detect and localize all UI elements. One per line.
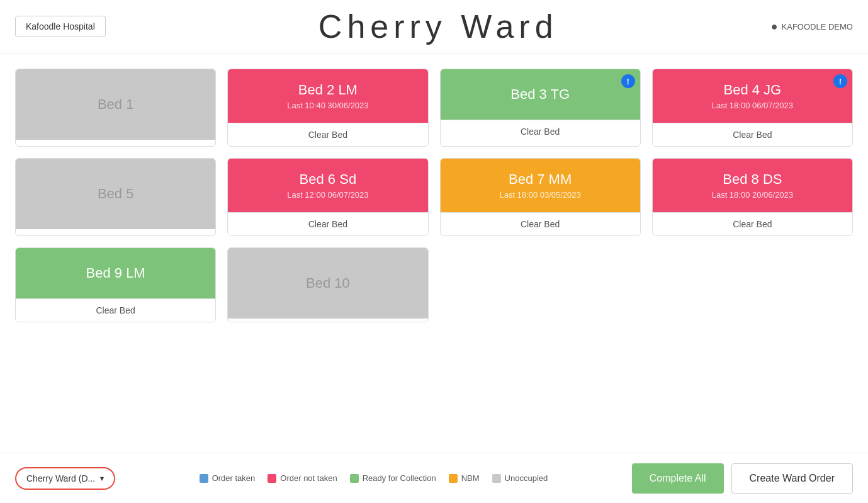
ward-title: Cherry Ward — [106, 8, 771, 45]
bed-top-bed4[interactable]: Bed 4 JGLast 18:00 06/07/2023! — [653, 69, 852, 123]
legend-label-nbm: NBM — [461, 473, 480, 483]
legend-item-ready-for-collection: Ready for Collection — [350, 473, 436, 483]
bed-card-bed10: Bed 10 — [227, 247, 428, 322]
create-ward-order-button[interactable]: Create Ward Order — [731, 463, 853, 494]
bed-last-bed2: Last 10:40 30/06/2023 — [287, 101, 368, 110]
clear-bed-button-bed2[interactable]: Clear Bed — [228, 123, 427, 146]
bed-card-bed5: Bed 5 — [15, 158, 216, 236]
bed-top-bed8[interactable]: Bed 8 DSLast 18:00 20/06/2023 — [653, 159, 852, 212]
bed-card-bed7: Bed 7 MMLast 18:00 03/05/2023Clear Bed — [440, 158, 641, 236]
bed-last-bed4: Last 18:00 06/07/2023 — [712, 101, 793, 110]
bed-name-bed9: Bed 9 LM — [86, 265, 145, 281]
bed-card-bed9: Bed 9 LMClear Bed — [15, 247, 216, 322]
bed-name-bed3: Bed 3 TG — [510, 86, 570, 103]
main-content: Bed 1Bed 2 LMLast 10:40 30/06/2023Clear … — [0, 54, 868, 385]
header: Kafoodle Hospital Cherry Ward ● KAFOODLE… — [0, 0, 868, 54]
bed-top-bed10[interactable]: Bed 10 — [228, 248, 427, 319]
ward-selector[interactable]: Cherry Ward (D... ▾ — [15, 467, 115, 490]
user-label: KAFOODLE DEMO — [782, 22, 853, 31]
clear-bed-button-bed6[interactable]: Clear Bed — [228, 212, 427, 235]
legend-label-order-not-taken: Order not taken — [280, 473, 337, 483]
bed-card-bed4: Bed 4 JGLast 18:00 06/07/2023!Clear Bed — [652, 69, 853, 147]
bed-top-bed6[interactable]: Bed 6 SdLast 12:00 06/07/2023 — [228, 159, 427, 212]
bed-name-bed2: Bed 2 LM — [287, 82, 368, 98]
clear-bed-button-bed7[interactable]: Clear Bed — [441, 212, 640, 235]
legend-dot-unoccupied — [492, 474, 501, 483]
legend-dot-ready-for-collection — [350, 474, 359, 483]
footer: Cherry Ward (D... ▾ Order takenOrder not… — [0, 453, 868, 503]
clear-bed-button-bed9[interactable]: Clear Bed — [16, 298, 215, 322]
bed-card-bed8: Bed 8 DSLast 18:00 20/06/2023Clear Bed — [652, 158, 853, 236]
bed-name-bed8: Bed 8 DS — [712, 171, 793, 188]
legend-item-nbm: NBM — [449, 473, 480, 483]
legend: Order takenOrder not takenReady for Coll… — [130, 473, 617, 483]
legend-item-order-taken: Order taken — [200, 473, 256, 483]
bed-top-bed1[interactable]: Bed 1 — [16, 69, 215, 140]
bed-card-bed1: Bed 1 — [15, 69, 216, 147]
bed-card-bed6: Bed 6 SdLast 12:00 06/07/2023Clear Bed — [227, 158, 428, 236]
legend-item-unoccupied: Unoccupied — [492, 473, 548, 483]
alert-badge-bed4: ! — [833, 74, 847, 88]
bed-grid: Bed 1Bed 2 LMLast 10:40 30/06/2023Clear … — [15, 69, 853, 322]
user-icon: ● — [771, 20, 778, 33]
legend-dot-order-not-taken — [268, 474, 276, 483]
ward-selector-label: Cherry Ward (D... — [26, 473, 95, 483]
bed-top-bed3[interactable]: Bed 3 TG! — [441, 69, 640, 120]
bed-name-bed10: Bed 10 — [306, 275, 350, 291]
bed-name-bed6: Bed 6 Sd — [287, 171, 368, 188]
bed-name-bed7: Bed 7 MM — [499, 171, 580, 188]
complete-all-button[interactable]: Complete All — [632, 463, 724, 494]
legend-dot-order-taken — [200, 474, 208, 483]
clear-bed-button-bed8[interactable]: Clear Bed — [653, 212, 852, 235]
bed-top-bed9[interactable]: Bed 9 LM — [16, 248, 215, 298]
bed-name-bed1: Bed 1 — [98, 96, 134, 113]
clear-bed-button-bed3[interactable]: Clear Bed — [441, 120, 640, 143]
alert-badge-bed3: ! — [621, 74, 635, 88]
footer-actions: Complete All Create Ward Order — [632, 463, 853, 494]
user-info[interactable]: ● KAFOODLE DEMO — [771, 20, 853, 33]
bed-name-bed4: Bed 4 JG — [712, 82, 793, 98]
legend-label-order-taken: Order taken — [212, 473, 256, 483]
bed-last-bed8: Last 18:00 20/06/2023 — [712, 190, 793, 200]
bed-card-bed3: Bed 3 TG!Clear Bed — [440, 69, 641, 147]
bed-last-bed7: Last 18:00 03/05/2023 — [499, 190, 580, 200]
bed-top-bed2[interactable]: Bed 2 LMLast 10:40 30/06/2023 — [228, 69, 427, 123]
chevron-down-icon: ▾ — [100, 474, 104, 483]
legend-dot-nbm — [449, 474, 458, 483]
hospital-button[interactable]: Kafoodle Hospital — [15, 16, 106, 37]
bed-last-bed6: Last 12:00 06/07/2023 — [287, 190, 368, 200]
bed-top-bed7[interactable]: Bed 7 MMLast 18:00 03/05/2023 — [441, 159, 640, 212]
legend-label-unoccupied: Unoccupied — [505, 473, 548, 483]
bed-card-bed2: Bed 2 LMLast 10:40 30/06/2023Clear Bed — [227, 69, 428, 147]
bed-top-bed5[interactable]: Bed 5 — [16, 159, 215, 229]
legend-label-ready-for-collection: Ready for Collection — [363, 473, 436, 483]
bed-name-bed5: Bed 5 — [98, 186, 134, 202]
legend-item-order-not-taken: Order not taken — [268, 473, 337, 483]
clear-bed-button-bed4[interactable]: Clear Bed — [653, 123, 852, 146]
